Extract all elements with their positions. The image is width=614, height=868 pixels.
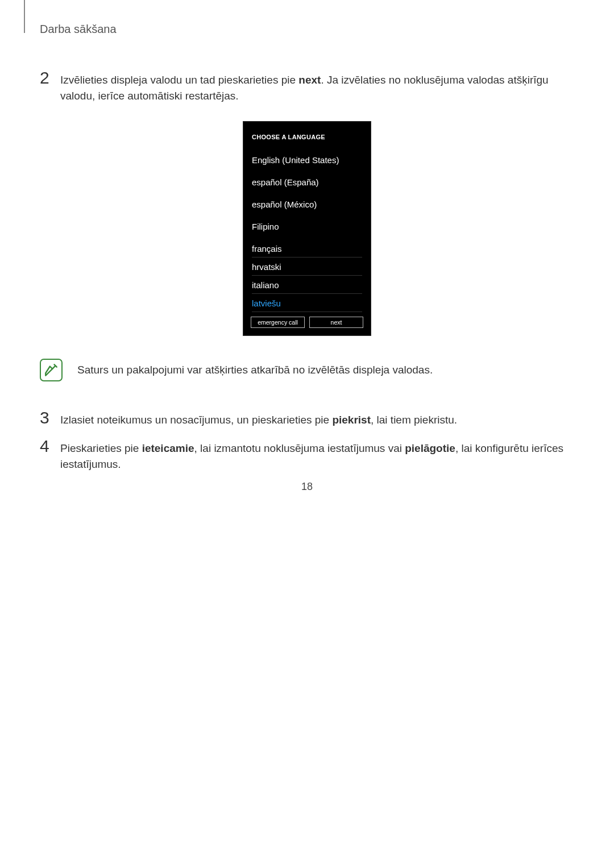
- language-option[interactable]: English (United States): [245, 151, 369, 173]
- note-icon: [40, 359, 63, 381]
- text: Pieskarieties pie: [60, 442, 142, 454]
- note-text: Saturs un pakalpojumi var atšķirties atk…: [77, 362, 433, 378]
- step-text: Izvēlieties displeja valodu un tad piesk…: [60, 70, 574, 104]
- phone-screen-title: CHOOSE A LANGUAGE: [245, 127, 369, 151]
- step-number: 3: [40, 410, 60, 428]
- step-4: 4 Pieskarieties pie ieteicamie, lai izma…: [40, 438, 574, 472]
- text: Izlasiet noteikumus un nosacījumus, un p…: [60, 414, 332, 426]
- bold-text: next: [298, 74, 321, 86]
- bold-text: pielāgotie: [405, 442, 455, 454]
- language-option[interactable]: hrvatski: [252, 258, 362, 276]
- language-option[interactable]: Filipino: [245, 217, 369, 239]
- bold-text: ieteicamie: [142, 442, 194, 454]
- language-option[interactable]: italiano: [252, 276, 362, 294]
- text: , lai izmantotu noklusējuma iestatījumus…: [194, 442, 405, 454]
- page-number: 18: [0, 481, 614, 493]
- phone-button-row: emergency call next: [245, 312, 369, 334]
- step-text: Izlasiet noteikumus un nosacījumus, un p…: [60, 410, 457, 428]
- text: , lai tiem piekristu.: [371, 414, 457, 426]
- language-option-selected[interactable]: latviešu: [252, 294, 362, 312]
- text: Izvēlieties displeja valodu un tad piesk…: [60, 74, 298, 86]
- section-title: Darba sākšana: [40, 23, 574, 36]
- step-2: 2 Izvēlieties displeja valodu un tad pie…: [40, 70, 574, 104]
- bold-text: piekrist: [332, 414, 371, 426]
- header-rule: [24, 0, 25, 33]
- language-option[interactable]: français: [252, 239, 362, 258]
- language-option[interactable]: español (España): [245, 173, 369, 195]
- step-3: 3 Izlasiet noteikumus un nosacījumus, un…: [40, 410, 574, 428]
- next-button[interactable]: next: [309, 317, 363, 328]
- step-number: 2: [40, 70, 60, 104]
- phone-frame: CHOOSE A LANGUAGE English (United States…: [243, 121, 371, 336]
- emergency-call-button[interactable]: emergency call: [251, 317, 305, 328]
- note: Saturs un pakalpojumi var atšķirties atk…: [40, 359, 574, 381]
- phone-screenshot: CHOOSE A LANGUAGE English (United States…: [40, 121, 574, 336]
- language-option[interactable]: español (México): [245, 195, 369, 217]
- step-text: Pieskarieties pie ieteicamie, lai izmant…: [60, 438, 574, 472]
- phone-screen: CHOOSE A LANGUAGE English (United States…: [245, 123, 369, 334]
- step-number: 4: [40, 438, 60, 472]
